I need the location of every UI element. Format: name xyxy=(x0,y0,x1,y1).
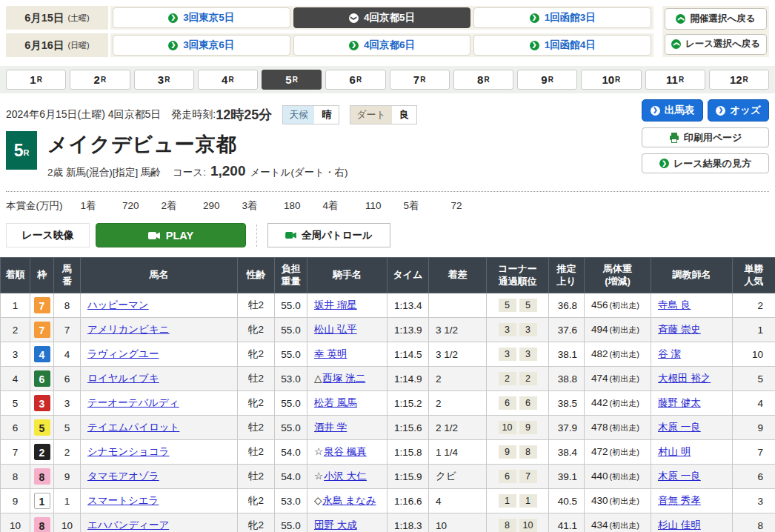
jockey-name-link[interactable]: 松山 弘平 xyxy=(314,324,357,335)
trainer-name-link[interactable]: 村山 明 xyxy=(658,446,691,457)
course-distance: 1,200 xyxy=(210,163,246,179)
trainer-name-link[interactable]: 音無 秀孝 xyxy=(658,495,701,506)
jockey-name-link[interactable]: 坂井 瑠星 xyxy=(314,299,357,310)
jockey-name-link[interactable]: 小沢 大仁 xyxy=(324,471,367,482)
jockey-name-link[interactable]: 西塚 洸二 xyxy=(322,373,365,384)
prize-place-label: 1着 xyxy=(81,199,96,213)
prize-place-label: 4着 xyxy=(323,199,339,213)
day-label: 6月16日 (日曜) xyxy=(6,33,108,57)
jockey-name-link[interactable]: 幸 英明 xyxy=(314,348,347,359)
race-tab-12r[interactable]: 12R xyxy=(709,70,769,90)
horse-name-link[interactable]: テーオーテバルディ xyxy=(87,397,179,408)
race-tab-1r[interactable]: 1R xyxy=(6,70,66,90)
sex-age-cell: 牡2 xyxy=(238,465,275,489)
finish-position-cell: 8 xyxy=(1,465,30,489)
results-guide-button[interactable]: ❯ レース結果の見方 xyxy=(642,153,769,173)
body-weight-cell: 494(初出走) xyxy=(585,318,651,342)
trainer-name-link[interactable]: 木原 一良 xyxy=(658,471,701,482)
popularity-cell: 9 xyxy=(733,416,775,440)
horse-name-link[interactable]: ハッピーマン xyxy=(87,299,149,310)
trainer-name-link[interactable]: 藤野 健太 xyxy=(658,397,701,408)
trainer-name-link[interactable]: 斉藤 崇史 xyxy=(658,324,701,335)
prize-money-row: 本賞金(万円) 1着7202着2903着1804着1105着72 xyxy=(6,191,769,213)
meeting-button[interactable]: ❯4回京都6日 xyxy=(293,35,471,56)
prize-money-label: 本賞金(万円) xyxy=(6,199,63,213)
horse-name-link[interactable]: シナモンショコラ xyxy=(87,446,170,457)
body-weight-note: (初出走) xyxy=(610,350,639,359)
back-to-meeting-select-button[interactable]: ❯ 開催選択へ戻る xyxy=(665,8,767,30)
trainer-name-link[interactable]: 谷 潔 xyxy=(658,348,681,359)
carried-weight-cell: 54.0 xyxy=(275,465,307,489)
horse-name-link[interactable]: ロイヤルイブキ xyxy=(87,373,159,384)
race-tab-8r[interactable]: 8R xyxy=(453,70,513,90)
meeting-button[interactable]: ❯1回函館3日 xyxy=(473,7,651,28)
race-tab-2r[interactable]: 2R xyxy=(70,70,130,90)
margin-cell: 1 1/4 xyxy=(429,440,487,465)
race-tab-5r[interactable]: 5R xyxy=(262,70,322,90)
meeting-button[interactable]: ❯1回函館4日 xyxy=(473,35,651,56)
horse-name-link[interactable]: アメリカンビキニ xyxy=(87,324,170,335)
race-tab-4r[interactable]: 4R xyxy=(198,70,258,90)
margin-cell: 4 xyxy=(429,489,487,513)
meeting-button[interactable]: ❯3回東京5日 xyxy=(113,7,290,28)
race-tab-suffix: R xyxy=(548,76,553,84)
trainer-name-link[interactable]: 寺島 良 xyxy=(658,299,691,310)
horse-name-link[interactable]: タマモアオゾラ xyxy=(87,471,159,482)
chevron-right-icon: ❯ xyxy=(716,106,725,116)
meeting-buttons-row: ❯3回東京5日❯4回京都5日❯1回函館3日 xyxy=(110,6,653,30)
corner-order-cell: 109 xyxy=(487,416,549,440)
frame-number-badge: 5 xyxy=(34,419,50,436)
back-to-race-select-button[interactable]: ❯ レース選択へ戻る xyxy=(665,34,767,56)
finish-position-cell: 9 xyxy=(1,489,30,513)
horse-name-link[interactable]: テイエムパイロット xyxy=(87,422,179,433)
play-button[interactable]: PLAY xyxy=(96,223,246,247)
race-tab-7r[interactable]: 7R xyxy=(390,70,450,90)
horse-name-link[interactable]: スマートシエラ xyxy=(87,495,159,506)
meeting-button[interactable]: ❯3回東京6日 xyxy=(113,35,290,56)
odds-button[interactable]: ❯ オッズ xyxy=(708,99,769,122)
trainer-name-link[interactable]: 木原 一良 xyxy=(658,422,701,433)
entry-table-button[interactable]: ❯ 出馬表 xyxy=(642,99,703,122)
horse-name-link[interactable]: エハバンディーア xyxy=(87,519,169,531)
race-tab-10r[interactable]: 10R xyxy=(581,70,641,90)
corner-position: 2 xyxy=(519,372,537,385)
prize-item: 3着180 xyxy=(242,199,301,213)
jockey-name-link[interactable]: 酒井 学 xyxy=(314,422,347,433)
result-row: 10810エハバンディーア牝255.0団野 大成1:18.31081041.14… xyxy=(1,513,775,532)
race-tab-6r[interactable]: 6R xyxy=(325,70,385,90)
trainer-name-link[interactable]: 大根田 裕之 xyxy=(658,373,711,384)
print-page-button[interactable]: 印刷用ページ xyxy=(642,127,769,147)
horse-name-cell: スマートシエラ xyxy=(81,489,238,513)
frame-number-badge: 6 xyxy=(34,370,50,387)
race-tab-9r[interactable]: 9R xyxy=(517,70,577,90)
trainer-name-link[interactable]: 杉山 佳明 xyxy=(658,519,701,531)
race-tab-11r[interactable]: 11R xyxy=(645,70,705,90)
body-weight-note: (初出走) xyxy=(610,521,639,530)
jockey-name-link[interactable]: 団野 大成 xyxy=(314,519,357,531)
frame-cell: 7 xyxy=(30,293,54,318)
race-video-button[interactable]: レース映像 xyxy=(6,223,90,247)
body-weight-cell: 440(初出走) xyxy=(585,465,651,489)
prize-amount: 110 xyxy=(356,200,382,211)
corner-position: 1 xyxy=(519,494,537,508)
column-header: 推定 上り xyxy=(549,258,585,293)
prize-place-label: 2着 xyxy=(162,199,177,213)
patrol-video-button[interactable]: 全周パトロール xyxy=(267,223,390,247)
jockey-mark: △ xyxy=(314,373,322,384)
race-tab-suffix: R xyxy=(164,76,170,84)
margin-cell xyxy=(429,293,487,318)
race-tab-suffix: R xyxy=(420,76,425,84)
race-tab-3r[interactable]: 3R xyxy=(134,70,194,90)
chevron-right-icon: ❯ xyxy=(530,13,539,23)
meeting-button[interactable]: ❯4回京都5日 xyxy=(293,7,471,28)
jockey-name-link[interactable]: 松若 風馬 xyxy=(314,397,357,408)
jockey-name-link[interactable]: 泉谷 楓真 xyxy=(324,446,367,457)
popularity-cell: 8 xyxy=(733,513,775,532)
jockey-name-link[interactable]: 永島 まなみ xyxy=(322,495,376,506)
frame-number-badge: 3 xyxy=(34,395,50,411)
horse-name-link[interactable]: ラヴィングユー xyxy=(87,348,159,359)
sex-age-cell: 牡2 xyxy=(238,416,275,440)
finish-position-cell: 1 xyxy=(1,293,30,318)
body-weight-note: (初出走) xyxy=(610,325,639,334)
column-header: 馬 番 xyxy=(54,258,81,293)
